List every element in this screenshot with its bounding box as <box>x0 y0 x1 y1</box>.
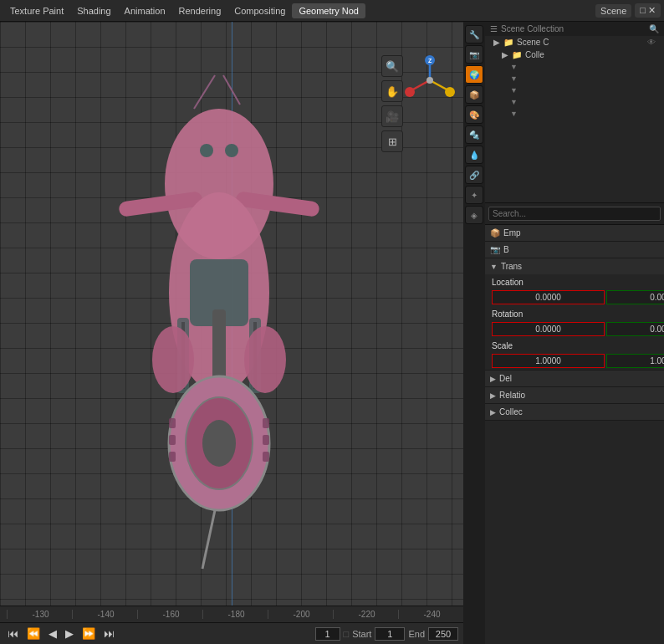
props-tab-modifier[interactable]: 🔩 <box>465 125 483 144</box>
pan-tool-btn[interactable]: ✋ <box>381 80 403 102</box>
next-frame-btn[interactable]: ⏩ <box>79 626 98 641</box>
outliner-search-icon[interactable]: 🔍 <box>649 24 659 33</box>
outliner-panel: ▶ 📁 Scene C 👁 ▶ 📁 Colle ▼ ▼ <box>485 36 664 203</box>
scale-xyz-row <box>485 352 664 370</box>
ruler-mark-2: -160 <box>137 610 202 619</box>
item1-arrow: ▼ <box>510 63 518 71</box>
empty-section-header[interactable]: 📦 Emp <box>485 225 664 241</box>
svg-point-32 <box>445 87 455 97</box>
collection-item[interactable]: ▶ 📁 Colle <box>493 49 664 61</box>
location-xyz-row <box>485 289 664 306</box>
properties-panel-main: ☰ Scene Collection 🔍 ▶ 📁 Scene C 👁 ▶ 📁 C… <box>485 22 664 644</box>
item-5[interactable]: ▼ <box>502 108 664 120</box>
timeline-controls: Start End <box>352 627 458 641</box>
svg-line-1 <box>223 75 240 105</box>
location-y-field[interactable] <box>606 290 664 304</box>
grid-tool-btn[interactable]: ⊞ <box>381 130 403 152</box>
item-2[interactable]: ▼ <box>502 73 664 84</box>
relations-section-header[interactable]: ▶ Relatio <box>485 387 664 403</box>
ruler-mark-5: -220 <box>333 610 398 619</box>
scene-folder-icon: 📁 <box>503 38 513 47</box>
menu-right-area: Scene □ ✕ <box>595 3 661 18</box>
transform-section-header[interactable]: ▼ Trans <box>485 258 664 274</box>
menu-texture-paint[interactable]: Texture Paint <box>3 3 70 18</box>
menu-shading[interactable]: Shading <box>70 3 117 18</box>
camera-tool-btn[interactable]: 🎥 <box>381 105 403 127</box>
motorcycle-model <box>50 30 388 622</box>
svg-rect-17 <box>169 452 176 462</box>
item-4[interactable]: ▼ <box>502 96 664 108</box>
collections-section-header[interactable]: ▶ Collec <box>485 404 664 420</box>
item-3[interactable]: ▼ <box>502 84 664 96</box>
props-tab-physics[interactable]: 💧 <box>465 146 483 164</box>
zoom-tool-btn[interactable]: 🔍 <box>381 55 403 77</box>
del-section-header[interactable]: ▶ Del <box>485 371 664 386</box>
menu-compositing[interactable]: Compositing <box>227 3 292 18</box>
svg-line-0 <box>194 75 215 109</box>
scene-collection-label: Scene C <box>517 38 549 47</box>
rotation-x-field[interactable] <box>492 322 605 336</box>
item-1[interactable]: ▼ <box>502 61 664 73</box>
collection-arrow: ▶ <box>502 50 508 59</box>
ruler-mark-6: -240 <box>398 610 463 619</box>
location-x-field[interactable] <box>492 290 605 304</box>
outliner-title: Scene Collection <box>501 24 564 33</box>
jump-start-btn[interactable]: ⏮ <box>5 626 21 641</box>
orientation-gizmo[interactable]: Z <box>405 55 455 105</box>
location-label: Location <box>492 278 524 287</box>
rotation-label: Rotation <box>492 309 523 319</box>
timeline-ruler: -130 -140 -160 -180 -200 -220 -240 <box>0 606 463 622</box>
transform-section: ▼ Trans Location Rotation <box>485 258 664 371</box>
scene-selector[interactable]: Scene <box>595 4 631 18</box>
del-arrow-icon: ▶ <box>490 375 496 383</box>
props-tab-object[interactable]: 📦 <box>465 85 483 104</box>
props-tab-constraints[interactable]: 🔗 <box>465 166 483 184</box>
b-section: 📷 B <box>485 242 664 258</box>
item2-arrow: ▼ <box>510 74 518 83</box>
scale-x-field[interactable] <box>492 354 605 368</box>
viewport-3d[interactable]: Z 🔍 ✋ 🎥 ⊞ -130 -140 -160 <box>0 22 463 644</box>
jump-end-btn[interactable]: ⏭ <box>101 626 117 641</box>
scene-collection-item[interactable]: ▶ 📁 Scene C 👁 <box>485 36 664 49</box>
b-section-header[interactable]: 📷 B <box>485 242 664 258</box>
start-label: Start <box>352 629 371 639</box>
menu-rendering[interactable]: Rendering <box>172 3 228 18</box>
props-tab-render[interactable]: 📷 <box>465 45 483 64</box>
svg-rect-19 <box>263 435 269 445</box>
props-tab-material[interactable]: 🎨 <box>465 105 483 124</box>
rotation-y-field[interactable] <box>606 322 664 336</box>
svg-rect-20 <box>263 452 269 462</box>
current-frame-input[interactable] <box>315 627 340 641</box>
ruler-mark-4: -200 <box>268 610 333 619</box>
svg-point-33 <box>426 77 433 84</box>
end-frame-input[interactable] <box>428 627 458 641</box>
menu-geometry-nodes[interactable]: Geometry Nod <box>292 3 365 18</box>
props-tab-tools[interactable]: 🔧 <box>465 25 483 43</box>
props-tab-scene[interactable]: 🌍 <box>465 65 483 84</box>
collection-folder-icon: 📁 <box>512 50 522 59</box>
properties-search-input[interactable] <box>488 207 661 221</box>
props-tab-shading[interactable]: ◈ <box>465 206 483 224</box>
right-panel-area: 🔧 📷 🌍 📦 🎨 🔩 💧 🔗 ✦ ◈ ☰ Scene Collection 🔍 <box>463 22 664 644</box>
menu-animation[interactable]: Animation <box>118 3 172 18</box>
props-tab-particles[interactable]: ✦ <box>465 186 483 204</box>
svg-rect-16 <box>169 435 176 445</box>
outliner-header: ☰ Scene Collection 🔍 <box>485 22 664 36</box>
collection-label: Colle <box>525 50 544 59</box>
play-btn[interactable]: ▶ <box>63 626 76 641</box>
jump-back-btn[interactable]: ⏪ <box>24 626 43 641</box>
scale-y-field[interactable] <box>606 354 664 368</box>
relations-arrow-icon: ▶ <box>490 391 496 400</box>
ruler-mark-3: -180 <box>202 610 268 619</box>
scene-eye-icon[interactable]: 👁 <box>647 38 656 47</box>
window-controls[interactable]: □ ✕ <box>635 3 661 18</box>
svg-point-25 <box>225 144 238 157</box>
model-svg <box>60 67 378 585</box>
frame-icon: □ <box>344 629 350 639</box>
svg-rect-18 <box>263 418 269 428</box>
prev-frame-btn[interactable]: ◀ <box>46 626 59 641</box>
collections-label: Collec <box>499 407 523 417</box>
outliner-icon: ☰ <box>490 24 498 33</box>
location-section-title: Location <box>485 274 664 289</box>
start-frame-input[interactable] <box>375 627 405 641</box>
